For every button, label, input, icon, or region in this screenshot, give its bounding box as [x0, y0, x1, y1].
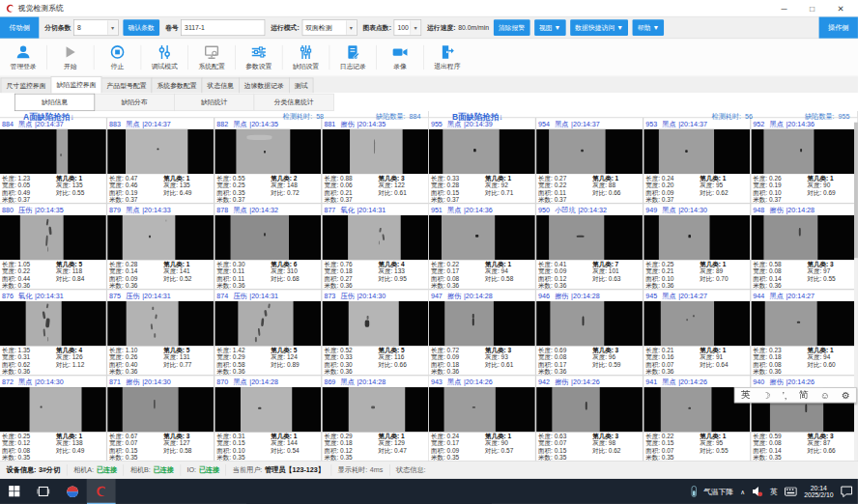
defect-image[interactable] — [536, 301, 643, 346]
view-menu-button[interactable]: 视图 ▼ — [534, 19, 566, 36]
touch-keyboard-icon[interactable] — [785, 487, 797, 496]
defect-image[interactable] — [322, 301, 428, 346]
subtab-分类信息统计[interactable]: 分类信息统计 — [254, 94, 334, 111]
toolbar-button-slidersh[interactable]: 参数设置 — [236, 39, 282, 75]
tab-测试[interactable]: 测试 — [289, 78, 313, 94]
toolbar-button-slidersv[interactable]: 缺陷设置 — [283, 39, 329, 75]
ime-item[interactable]: ⚙ — [842, 389, 850, 401]
run-mode-select[interactable]: 双面检测▼ — [301, 19, 357, 36]
defect-image[interactable] — [214, 387, 321, 432]
defect-cell-952[interactable]: 952黑点|20:14:36长度: 0.26宽度: 0.19面积: 0.10米数… — [751, 118, 857, 203]
defect-cell-943[interactable]: 943黑点|20:14:26长度: 0.24宽度: 0.17面积: 0.09米数… — [429, 376, 535, 461]
defect-image[interactable] — [322, 129, 428, 174]
toolbar-button-exit[interactable]: 退出程序 — [424, 39, 471, 75]
tray-chevron-icon[interactable]: ∧ — [740, 488, 745, 494]
roll-number-input[interactable]: 3117-1 — [181, 19, 265, 36]
defect-image[interactable] — [644, 301, 750, 346]
defect-image[interactable] — [644, 215, 750, 260]
defect-image[interactable] — [429, 387, 535, 432]
data-quick-access-button[interactable]: 数据快捷访问 ▼ — [570, 19, 628, 36]
tab-产品型号配置[interactable]: 产品型号配置 — [101, 78, 153, 94]
close-button[interactable]: ✕ — [838, 4, 844, 14]
tab-系统参数配置[interactable]: 系统参数配置 — [152, 78, 203, 94]
minimize-button[interactable]: ─ — [782, 4, 787, 14]
defect-image[interactable] — [322, 387, 428, 432]
confirm-count-button[interactable]: 确认条数 — [123, 19, 159, 36]
ime-item[interactable]: ☺ — [820, 390, 830, 401]
defect-cell-942[interactable]: 942擦伤|20:14:26长度: 0.63宽度: 0.07面积: 0.15米数… — [536, 376, 643, 461]
taskbar-app-inspection-icon[interactable] — [87, 479, 116, 504]
panel-b-scrollbar[interactable] — [854, 123, 858, 461]
defect-image[interactable] — [644, 129, 750, 174]
defect-image[interactable] — [536, 129, 643, 174]
toolbar-button-stop[interactable]: 停止 — [95, 39, 141, 75]
toolbar-button-tunev[interactable]: 调试模式 — [141, 39, 187, 75]
help-menu-button[interactable]: 帮助 ▼ — [633, 19, 665, 36]
tab-状态信息[interactable]: 状态信息 — [202, 78, 240, 94]
taskbar-clock[interactable]: 20:14 2025/2/10 — [804, 484, 833, 499]
defect-image[interactable] — [751, 129, 857, 174]
defect-cell-882[interactable]: 882黑点|20:14:35长度: 0.55宽度: 0.25面积: 0.35米数… — [214, 118, 321, 203]
maximize-button[interactable]: □ — [810, 4, 815, 14]
start-button[interactable] — [0, 479, 29, 504]
toolbar-button-log[interactable]: 日志记录 — [329, 39, 376, 75]
defect-cell-883[interactable]: 883黑点|20:14:37长度: 0.47宽度: 0.46面积: 0.19米数… — [107, 118, 214, 203]
defect-cell-945[interactable]: 945黑点|20:14:27长度: 0.21宽度: 0.16面积: 0.07米数… — [644, 290, 750, 375]
defect-cell-877[interactable]: 877氧化|20:14:31长度: 0.76宽度: 0.18面积: 0.27米数… — [322, 204, 428, 289]
defect-cell-950[interactable]: 950小凹坑|20:14:32长度: 0.41宽度: 0.09面积: 0.12米… — [536, 204, 643, 289]
defect-cell-881[interactable]: 881擦伤|20:14:35长度: 0.88宽度: 0.06面积: 0.21米数… — [322, 118, 428, 203]
defect-cell-870[interactable]: 870黑点|20:14:28长度: 0.31宽度: 0.15面积: 0.10米数… — [214, 376, 321, 461]
toolbar-button-play[interactable]: 开始 — [47, 39, 94, 75]
defect-image[interactable] — [429, 215, 535, 260]
tab-缺陷监控界面[interactable]: 缺陷监控界面 — [51, 76, 102, 93]
ime-item[interactable]: ʼ, — [783, 390, 787, 401]
defect-image[interactable] — [107, 387, 214, 432]
clear-alarm-button[interactable]: 清除报警 — [494, 19, 530, 36]
operator-side-button[interactable]: 操作侧 — [819, 17, 858, 39]
defect-image[interactable] — [0, 215, 106, 260]
toolbar-button-monitor[interactable]: 系统配置 — [188, 39, 235, 75]
defect-cell-944[interactable]: 944黑点|20:14:27长度: 0.23宽度: 0.18面积: 0.08米数… — [751, 290, 857, 375]
defect-cell-878[interactable]: 878黑点|20:14:32长度: 0.30宽度: 0.11面积: 0.11米数… — [214, 204, 321, 289]
tab-尺寸监控界面[interactable]: 尺寸监控界面 — [1, 78, 52, 94]
defect-image[interactable] — [0, 129, 106, 174]
defect-cell-871[interactable]: 871擦伤|20:14:30长度: 0.67宽度: 0.07面积: 0.15米数… — [107, 376, 214, 461]
defect-cell-872[interactable]: 872黑点|20:14:30长度: 0.25宽度: 0.12面积: 0.08米数… — [0, 376, 106, 461]
defect-cell-946[interactable]: 946擦伤|20:14:28长度: 0.69宽度: 0.08面积: 0.17米数… — [536, 290, 643, 375]
defect-image[interactable] — [214, 301, 321, 346]
defect-cell-874[interactable]: 874压伤|20:14:31长度: 1.42宽度: 0.29面积: 0.58米数… — [214, 290, 321, 375]
ime-item[interactable]: 英 — [741, 389, 751, 401]
defect-image[interactable] — [429, 301, 535, 346]
defect-image[interactable] — [0, 301, 106, 346]
defect-cell-954[interactable]: 954黑点|20:14:37长度: 0.27宽度: 0.22面积: 0.11米数… — [536, 118, 643, 203]
weather-thermometer-icon[interactable] — [692, 486, 697, 497]
toolbar-button-camera[interactable]: 录像 — [377, 39, 423, 75]
weather-text[interactable]: 气温下降 — [703, 486, 733, 496]
defect-cell-953[interactable]: 953黑点|20:14:37长度: 0.24宽度: 0.20面积: 0.09米数… — [644, 118, 750, 203]
defect-cell-879[interactable]: 879黑点|20:14:33长度: 0.28宽度: 0.14面积: 0.09米数… — [107, 204, 214, 289]
defect-cell-869[interactable]: 869黑点|20:14:28长度: 0.29宽度: 0.18面积: 0.12米数… — [322, 376, 428, 461]
defect-image[interactable] — [107, 215, 214, 260]
defect-cell-873[interactable]: 873压伤|20:14:30长度: 0.52宽度: 0.33面积: 0.30米数… — [322, 290, 428, 375]
drive-side-button[interactable]: 传动侧 — [0, 17, 39, 39]
defect-cell-876[interactable]: 876氧化|20:14:31长度: 1.35宽度: 0.31面积: 0.62米数… — [0, 290, 106, 375]
subtab-缺陷统计[interactable]: 缺陷统计 — [174, 94, 254, 111]
defect-image[interactable] — [0, 387, 106, 432]
task-view-button[interactable] — [29, 479, 58, 504]
defect-cell-880[interactable]: 880压伤|20:14:35长度: 1.05宽度: 0.22面积: 0.44米数… — [0, 204, 106, 289]
defect-image[interactable] — [214, 129, 321, 174]
defect-cell-955[interactable]: 955黑点|20:14:39长度: 0.33宽度: 0.28面积: 0.15米数… — [429, 118, 535, 203]
tab-边缘数据记录[interactable]: 边缘数据记录 — [239, 78, 290, 94]
subtab-缺陷分布[interactable]: 缺陷分布 — [95, 94, 175, 111]
defect-image[interactable] — [429, 129, 535, 174]
slit-count-select[interactable]: 8▼ — [73, 19, 119, 36]
ime-toolbar[interactable]: 英☽ʼ,简☺⚙ — [734, 387, 857, 403]
defect-image[interactable] — [751, 301, 857, 346]
defect-image[interactable] — [536, 387, 643, 432]
defect-cell-884[interactable]: 884黑点|20:14:37长度: 1.23宽度: 0.05面积: 0.49米数… — [0, 118, 106, 203]
defect-cell-875[interactable]: 875压伤|20:14:31长度: 1.10宽度: 0.26面积: 0.40米数… — [107, 290, 214, 375]
defect-image[interactable] — [536, 215, 643, 260]
taskbar-app-browser-icon[interactable] — [58, 479, 87, 504]
defect-cell-947[interactable]: 947擦伤|20:14:28长度: 0.72宽度: 0.09面积: 0.18米数… — [429, 290, 535, 375]
ime-indicator[interactable]: 英 — [770, 486, 778, 496]
